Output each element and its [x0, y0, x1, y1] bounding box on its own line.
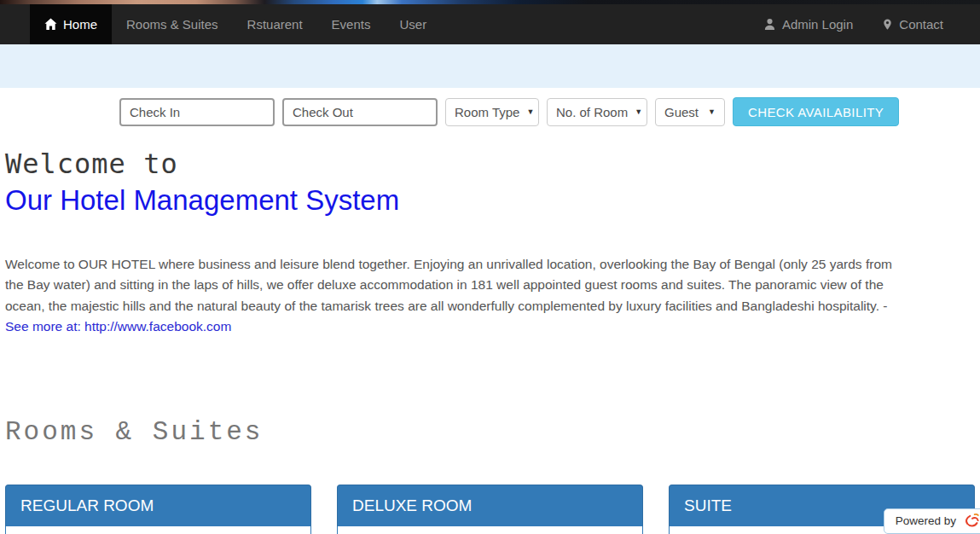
nav-item-label: Rooms & Suites [126, 17, 218, 32]
nav-item-user[interactable]: User [385, 4, 441, 44]
guest-select-value: Guest [664, 105, 699, 119]
room-card-title: REGULAR ROOM [5, 485, 311, 526]
about-paragraph: Welcome to OUR HOTEL where business and … [5, 254, 894, 337]
nav-item-label: Events [332, 17, 371, 32]
user-icon [763, 18, 776, 31]
room-card-deluxe: DELUXE ROOM [337, 485, 643, 534]
navbar: Home Rooms & Suites Rstuarent Events Use… [0, 4, 980, 44]
nav-item-admin-login[interactable]: Admin Login [757, 17, 860, 32]
room-type-select[interactable]: Room Type ▼ [445, 98, 539, 126]
navbar-left: Home Rooms & Suites Rstuarent Events Use… [30, 4, 441, 44]
room-card-title: DELUXE ROOM [337, 485, 643, 526]
nav-item-restaurant[interactable]: Rstuarent [233, 4, 317, 44]
caret-down-icon: ▼ [526, 107, 534, 116]
room-card-body [5, 526, 311, 534]
hero-band [0, 44, 980, 88]
room-card-body [337, 526, 643, 534]
nav-item-label: Admin Login [782, 17, 853, 32]
powered-by-badge[interactable]: Powered by [884, 508, 980, 534]
no-of-room-select-value: No. of Room [556, 105, 628, 119]
caret-down-icon: ▼ [635, 107, 642, 116]
guest-select[interactable]: Guest ▼ [655, 98, 725, 126]
check-in-input[interactable] [119, 98, 275, 126]
nav-item-home[interactable]: Home [30, 4, 112, 44]
rooms-suites-section-title: Rooms & Suites [5, 417, 980, 447]
nav-item-contact[interactable]: Contact [875, 17, 950, 32]
navbar-right: Admin Login Contact [757, 4, 950, 44]
nav-item-events[interactable]: Events [317, 4, 386, 44]
nav-item-label: Contact [899, 17, 943, 32]
nav-item-label: User [399, 17, 426, 32]
nav-item-label: Home [63, 17, 97, 32]
check-availability-button[interactable]: CHECK AVAILABILITY [733, 97, 899, 126]
welcome-heading-line1: Welcome to [5, 148, 980, 180]
welcome-heading-block: Welcome to Our Hotel Management System [5, 148, 980, 217]
room-card-regular: REGULAR ROOM [5, 485, 311, 534]
see-more-link[interactable]: See more at: http://www.facebook.com [5, 319, 231, 334]
location-pin-icon [882, 18, 893, 31]
room-type-select-value: Room Type [455, 105, 519, 119]
room-cards-row: REGULAR ROOM DELUXE ROOM SUITE [5, 485, 975, 534]
check-out-input[interactable] [282, 98, 438, 126]
caret-down-icon: ▼ [708, 107, 716, 116]
nav-item-rooms-suites[interactable]: Rooms & Suites [112, 4, 233, 44]
powered-by-logo-icon [963, 512, 980, 530]
nav-item-label: Rstuarent [247, 17, 303, 32]
home-icon [44, 18, 57, 31]
powered-by-label: Powered by [896, 514, 956, 527]
availability-search-bar: Room Type ▼ No. of Room ▼ Guest ▼ CHECK … [119, 97, 980, 126]
no-of-room-select[interactable]: No. of Room ▼ [547, 98, 647, 126]
about-text: Welcome to OUR HOTEL where business and … [5, 257, 892, 313]
welcome-heading-line2: Our Hotel Management System [5, 184, 980, 217]
